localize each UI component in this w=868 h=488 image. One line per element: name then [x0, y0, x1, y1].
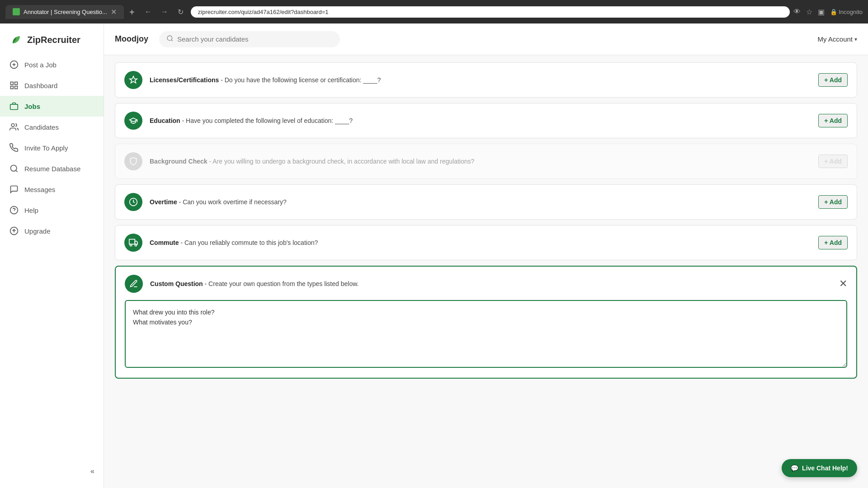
sidebar-item-post-job[interactable]: Post a Job	[0, 54, 104, 75]
sidebar-label-help: Help	[24, 206, 38, 214]
post-job-icon	[9, 60, 19, 70]
tab-title: Annotator | Screening Questio...	[24, 9, 107, 15]
address-bar[interactable]: ziprecruiter.com/quiz/ad47a162/edit?dash…	[191, 6, 790, 18]
candidates-icon	[9, 122, 19, 132]
education-add-button[interactable]: + Add	[818, 114, 848, 127]
help-icon	[9, 205, 19, 215]
svg-point-9	[11, 124, 14, 127]
live-chat-label: Live Chat Help!	[802, 465, 848, 472]
overtime-icon	[124, 193, 142, 211]
sidebar-item-jobs[interactable]: Jobs	[0, 96, 104, 117]
profile-icon[interactable]: 🔒 Incognito	[830, 9, 863, 15]
refresh-button[interactable]: ↻	[175, 5, 187, 18]
question-card-commute: Commute - Can you reliably commute to th…	[115, 225, 857, 260]
commute-icon	[124, 234, 142, 252]
browser-toolbar-icons: 👁 ☆ ▣ 🔒 Incognito	[793, 8, 863, 16]
custom-question-description: - Create your own question from the type…	[203, 280, 359, 287]
browser-tab[interactable]: Annotator | Screening Questio... ✕	[5, 5, 124, 19]
main-content: Licenses/Certifications - Do you have th…	[104, 55, 868, 488]
licenses-icon	[124, 71, 142, 89]
sidebar-item-resume-database[interactable]: Resume Database	[0, 158, 104, 179]
eye-off-icon[interactable]: 👁	[793, 8, 801, 16]
education-label: Education	[150, 117, 180, 124]
licenses-label: Licenses/Certifications	[150, 76, 219, 84]
background-text: Background Check - Are you willing to un…	[150, 158, 811, 165]
header-right: My Account ▾	[817, 35, 857, 43]
svg-point-22	[135, 244, 137, 246]
custom-question-header: Custom Question - Create your own questi…	[125, 275, 847, 293]
tab-bar: Annotator | Screening Questio... ✕ +	[5, 5, 138, 19]
svg-rect-5	[15, 82, 18, 85]
sidebar-label-messages: Messages	[24, 186, 55, 193]
svg-marker-20	[135, 241, 137, 244]
collapse-icon: «	[90, 467, 94, 475]
sidebar-label-invite-to-apply: Invite To Apply	[24, 144, 68, 152]
logo-text: ZipRecruiter	[27, 35, 80, 45]
background-icon	[124, 152, 142, 170]
commute-label: Commute	[150, 239, 179, 246]
invite-icon	[9, 143, 19, 153]
education-question: - Have you completed the following level…	[180, 117, 353, 124]
dashboard-icon	[9, 80, 19, 90]
custom-question-textarea[interactable]: What drew you into this role? What motiv…	[125, 300, 847, 368]
sidebar-item-messages[interactable]: Messages	[0, 179, 104, 200]
commute-text: Commute - Can you reliably commute to th…	[150, 239, 811, 246]
sidebar-label-candidates: Candidates	[24, 123, 59, 131]
sidebar-label-post-job: Post a Job	[24, 61, 57, 69]
custom-question-label: Custom Question	[150, 280, 203, 287]
sidebar-label-jobs: Jobs	[24, 103, 40, 110]
licenses-question: - Do you have the following license or c…	[219, 76, 381, 84]
live-chat-button[interactable]: 💬 Live Chat Help!	[782, 459, 857, 477]
sidebar-item-candidates[interactable]: Candidates	[0, 117, 104, 137]
sidebar-bottom: «	[0, 462, 104, 488]
background-add-button: + Add	[818, 155, 848, 168]
education-icon	[124, 112, 142, 130]
svg-rect-4	[11, 82, 14, 85]
forward-button[interactable]: →	[158, 5, 171, 18]
commute-add-button[interactable]: + Add	[818, 236, 848, 249]
search-icon	[166, 35, 174, 44]
app-container: ZipRecruiter Post a Job Dashboard Jobs C	[0, 23, 868, 488]
close-tab-button[interactable]: ✕	[111, 8, 117, 16]
custom-question-close-button[interactable]: ✕	[839, 278, 847, 290]
commute-question: - Can you reliably commute to this job's…	[179, 239, 318, 246]
question-card-background: Background Check - Are you willing to un…	[115, 144, 857, 179]
svg-line-17	[171, 40, 173, 41]
company-name: Moodjoy	[115, 34, 148, 44]
sidebar-item-help[interactable]: Help	[0, 200, 104, 221]
custom-question-card: Custom Question - Create your own questi…	[115, 266, 857, 379]
overtime-text: Overtime - Can you work overtime if nece…	[150, 198, 811, 206]
sidebar-item-dashboard[interactable]: Dashboard	[0, 75, 104, 96]
ziprecruiter-logo-icon	[9, 33, 24, 47]
licenses-add-button[interactable]: + Add	[818, 73, 848, 87]
url-text: ziprecruiter.com/quiz/ad47a162/edit?dash…	[198, 9, 329, 15]
browser-chrome: Annotator | Screening Questio... ✕ + ← →…	[0, 0, 868, 23]
custom-question-text: Custom Question - Create your own questi…	[150, 280, 832, 287]
sidebar-label-dashboard: Dashboard	[24, 82, 57, 89]
sidebar-icon[interactable]: ▣	[818, 8, 825, 16]
logo-area: ZipRecruiter	[0, 23, 104, 54]
question-card-licenses: Licenses/Certifications - Do you have th…	[115, 62, 857, 98]
app-header: Moodjoy My Account ▾	[104, 23, 868, 55]
sidebar-item-invite-to-apply[interactable]: Invite To Apply	[0, 137, 104, 158]
sidebar-item-upgrade[interactable]: Upgrade	[0, 221, 104, 241]
question-card-overtime: Overtime - Can you work overtime if nece…	[115, 184, 857, 220]
svg-point-16	[167, 36, 172, 41]
licenses-text: Licenses/Certifications - Do you have th…	[150, 76, 811, 84]
chevron-down-icon: ▾	[854, 36, 857, 42]
sidebar-collapse-button[interactable]: «	[0, 462, 104, 481]
star-icon[interactable]: ☆	[806, 8, 812, 16]
search-input[interactable]	[177, 35, 333, 43]
resume-database-icon	[9, 164, 19, 174]
messages-icon	[9, 184, 19, 194]
jobs-icon	[9, 101, 19, 111]
sidebar: ZipRecruiter Post a Job Dashboard Jobs C	[0, 23, 104, 488]
background-label: Background Check	[150, 158, 208, 165]
chat-icon: 💬	[791, 465, 798, 472]
back-button[interactable]: ←	[142, 5, 155, 18]
new-tab-button[interactable]: +	[126, 6, 138, 19]
overtime-add-button[interactable]: + Add	[818, 195, 848, 209]
candidate-search-bar[interactable]	[159, 31, 340, 47]
my-account-button[interactable]: My Account ▾	[817, 35, 857, 43]
sidebar-label-upgrade: Upgrade	[24, 227, 51, 235]
